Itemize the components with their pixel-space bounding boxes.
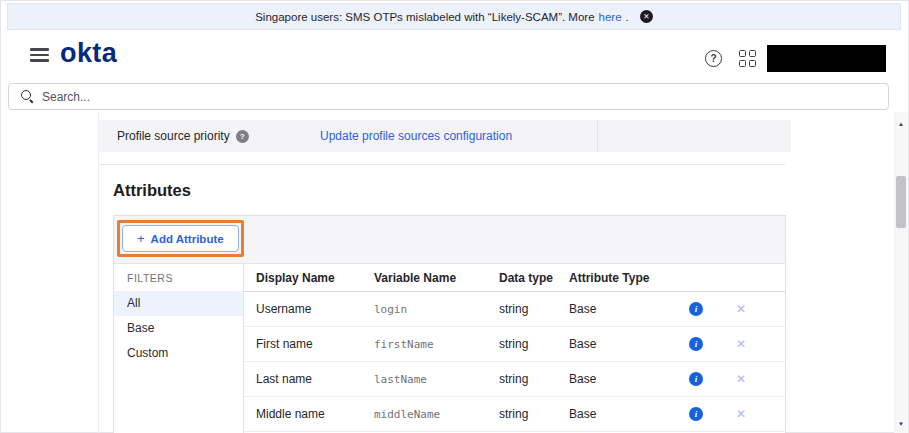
remove-icon[interactable]: ✕ (736, 372, 746, 386)
info-icon[interactable]: i (689, 372, 703, 386)
filter-item-base[interactable]: Base (114, 316, 243, 341)
attr-display-name: Username (244, 302, 374, 316)
redacted-account-info (767, 45, 886, 72)
update-profile-sources-link[interactable]: Update profile sources configuration (320, 129, 512, 143)
col-data-type: Data type (499, 271, 569, 285)
info-icon[interactable]: i (689, 337, 703, 351)
attributes-panel: + Add Attribute FILTERS All Base Custom … (113, 215, 786, 433)
banner-here-link[interactable]: here (599, 11, 622, 23)
search-input[interactable]: Search... (8, 83, 889, 110)
attr-type: Base (569, 407, 679, 421)
banner-message: Singapore users: SMS OTPs mislabeled wit… (255, 11, 594, 23)
banner-close-icon[interactable]: ✕ (640, 10, 653, 23)
banner-message-suffix: . (626, 11, 629, 23)
help-icon[interactable]: ? (705, 50, 722, 67)
search-placeholder: Search... (42, 90, 90, 104)
attr-data-type: string (499, 302, 569, 316)
add-attribute-button[interactable]: + Add Attribute (122, 225, 239, 252)
filters-label: FILTERS (114, 272, 243, 291)
attr-display-name: Middle name (244, 407, 374, 421)
table-row: Username login string Base i ✕ (244, 292, 785, 327)
attr-data-type: string (499, 372, 569, 386)
notification-banner: Singapore users: SMS OTPs mislabeled wit… (7, 3, 901, 30)
info-icon[interactable]: i (689, 407, 703, 421)
attributes-table: Display Name Variable Name Data type Att… (243, 264, 785, 433)
filters-sidebar: FILTERS All Base Custom (114, 264, 243, 433)
attr-type: Base (569, 337, 679, 351)
attr-type: Base (569, 372, 679, 386)
attr-type: Base (569, 302, 679, 316)
table-header-row: Display Name Variable Name Data type Att… (244, 264, 785, 292)
attr-variable-name: lastName (374, 373, 499, 386)
apps-grid-icon[interactable] (739, 50, 756, 67)
attributes-heading: Attributes (113, 181, 191, 200)
attr-display-name: First name (244, 337, 374, 351)
search-icon (21, 90, 34, 103)
col-display-name: Display Name (244, 271, 374, 285)
attr-data-type: string (499, 407, 569, 421)
table-row: Last name lastName string Base i ✕ (244, 362, 785, 397)
table-row: Middle name middleName string Base i ✕ (244, 397, 785, 432)
menu-icon[interactable] (30, 48, 49, 65)
col-attribute-type: Attribute Type (569, 271, 679, 285)
filter-item-custom[interactable]: Custom (114, 341, 243, 366)
vertical-scrollbar[interactable]: ▲ ▼ (894, 112, 908, 433)
attributes-toolbar: + Add Attribute (114, 216, 785, 264)
profile-source-help-icon[interactable]: ? (236, 130, 249, 143)
attr-variable-name: middleName (374, 408, 499, 421)
remove-icon[interactable]: ✕ (736, 302, 746, 316)
attr-variable-name: firstName (374, 338, 499, 351)
attr-data-type: string (499, 337, 569, 351)
add-attribute-label: Add Attribute (151, 233, 224, 245)
content-divider (98, 112, 99, 433)
annotation-highlight-box: + Add Attribute (117, 220, 244, 257)
remove-icon[interactable]: ✕ (736, 337, 746, 351)
plus-icon: + (137, 231, 145, 246)
filter-item-all[interactable]: All (114, 291, 243, 316)
scrollbar-thumb[interactable] (896, 176, 906, 228)
table-row: First name firstName string Base i ✕ (244, 327, 785, 362)
info-icon[interactable]: i (689, 302, 703, 316)
section-divider (99, 164, 785, 165)
attr-display-name: Last name (244, 372, 374, 386)
col-variable-name: Variable Name (374, 271, 499, 285)
profile-source-priority-label: Profile source priority (117, 129, 230, 143)
attr-variable-name: login (374, 303, 499, 316)
column-divider (597, 120, 598, 152)
scroll-down-icon[interactable]: ▼ (894, 421, 908, 427)
remove-icon[interactable]: ✕ (736, 407, 746, 421)
okta-logo: okta (60, 40, 117, 67)
profile-source-priority-row: Profile source priority ? Update profile… (99, 120, 791, 152)
scroll-up-icon[interactable]: ▲ (894, 121, 908, 127)
